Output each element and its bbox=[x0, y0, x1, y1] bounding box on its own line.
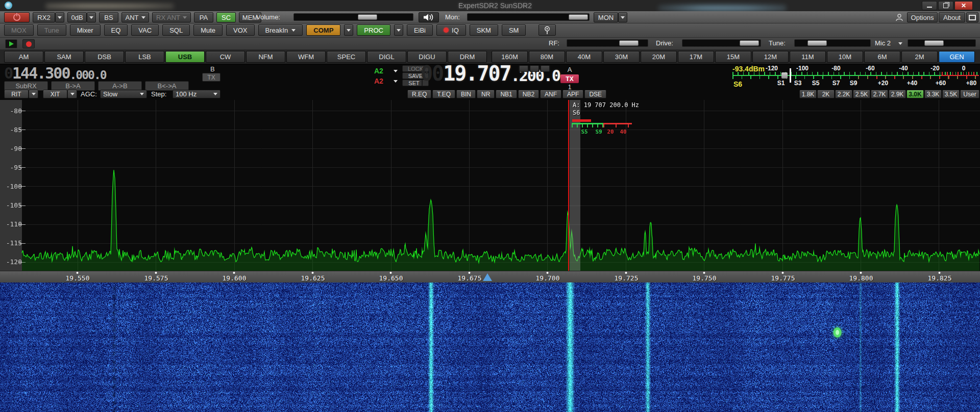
play-button[interactable] bbox=[5, 39, 17, 48]
tune-slider[interactable] bbox=[794, 39, 871, 47]
mon-slider[interactable] bbox=[467, 13, 590, 21]
filter-3.0k[interactable]: 3.0K bbox=[906, 90, 924, 98]
close-button[interactable]: ✕ bbox=[954, 1, 973, 10]
comp-button[interactable]: COMP bbox=[306, 24, 340, 36]
comp-dropdown[interactable] bbox=[344, 24, 353, 36]
rf-slider-handle[interactable] bbox=[619, 40, 639, 46]
vfo-b-frequency[interactable]: 0144.300.000.0 bbox=[4, 66, 106, 81]
mute-speaker-button[interactable] bbox=[419, 12, 439, 22]
rit-dropdown[interactable] bbox=[29, 90, 38, 98]
spectrum-display[interactable]: -80 -85 -90 -95 -100 -105 -110 -115 -120… bbox=[0, 100, 980, 271]
mode-nfm[interactable]: NFM bbox=[246, 51, 285, 63]
rit-button[interactable]: RIT bbox=[4, 90, 29, 98]
filter-3.3k[interactable]: 3.3K bbox=[924, 90, 942, 98]
rx-audio-dropdown[interactable] bbox=[391, 68, 400, 74]
mic-dropdown[interactable] bbox=[898, 42, 902, 45]
bs-button[interactable]: BS bbox=[99, 12, 118, 22]
minimize-button[interactable] bbox=[922, 1, 937, 10]
xit-dropdown[interactable] bbox=[67, 90, 77, 98]
options-button[interactable]: Options bbox=[907, 12, 938, 22]
bin-button[interactable]: BIN bbox=[456, 90, 476, 98]
mode-am[interactable]: AM bbox=[4, 51, 43, 63]
band-edge-marker[interactable] bbox=[483, 273, 492, 281]
band-gen[interactable]: GEN bbox=[939, 51, 975, 63]
preamp-button[interactable]: 0dB bbox=[67, 12, 87, 22]
mode-wfm[interactable]: WFM bbox=[286, 51, 326, 63]
band-30m[interactable]: 30M bbox=[603, 51, 640, 63]
mode-usb[interactable]: USB bbox=[165, 51, 205, 63]
req-button[interactable]: R.EQ bbox=[407, 90, 431, 98]
mode-dsb[interactable]: DSB bbox=[85, 51, 124, 63]
mic-slider-handle[interactable] bbox=[924, 40, 944, 46]
preamp-dropdown[interactable] bbox=[87, 12, 96, 22]
rf-slider[interactable] bbox=[567, 39, 648, 47]
ant-button[interactable]: ANT bbox=[121, 12, 149, 22]
mixer-button[interactable]: Mixer bbox=[70, 24, 101, 36]
drive-slider[interactable] bbox=[682, 39, 761, 47]
mon-slider-handle[interactable] bbox=[569, 14, 588, 20]
tune-button[interactable]: Tune bbox=[37, 24, 66, 36]
lamp-button[interactable] bbox=[538, 24, 556, 36]
eibi-button[interactable]: EiBi bbox=[407, 24, 433, 36]
rx2-button[interactable]: RX2 bbox=[33, 12, 55, 22]
freq-menu-button[interactable] bbox=[529, 65, 540, 72]
mode-spec[interactable]: SPEC bbox=[327, 51, 366, 63]
mode-digu[interactable]: DIGU bbox=[407, 51, 447, 63]
band-15m[interactable]: 15M bbox=[715, 51, 751, 63]
apf-button[interactable]: APF bbox=[562, 90, 583, 98]
about-button[interactable]: About bbox=[939, 12, 965, 22]
band-160m[interactable]: 160M bbox=[492, 51, 528, 63]
mode-digl[interactable]: DIGL bbox=[367, 51, 406, 63]
nb1-button[interactable]: NB1 bbox=[496, 90, 517, 98]
spectrum-canvas[interactable] bbox=[0, 100, 980, 271]
step-select[interactable]: 100 Hz bbox=[173, 90, 220, 98]
volume-slider-handle[interactable] bbox=[358, 14, 377, 20]
frequency-axis[interactable]: 19.550 19.575 19.600 19.625 19.650 19.67… bbox=[0, 271, 980, 282]
mute-button[interactable]: Mute bbox=[193, 24, 223, 36]
mon-dropdown[interactable] bbox=[618, 12, 627, 22]
record-button[interactable] bbox=[22, 39, 35, 48]
eq-button[interactable]: EQ bbox=[104, 24, 128, 36]
fullscreen-button[interactable] bbox=[966, 12, 978, 22]
dse-button[interactable]: DSE bbox=[584, 90, 606, 98]
mode-lsb[interactable]: LSB bbox=[125, 51, 164, 63]
nb2-button[interactable]: NB2 bbox=[518, 90, 539, 98]
band-10m[interactable]: 10M bbox=[827, 51, 863, 63]
iq-button[interactable]: IQ bbox=[436, 24, 466, 36]
vac-button[interactable]: VAC bbox=[131, 24, 159, 36]
band-11m[interactable]: 11M bbox=[790, 51, 826, 63]
tx-audio-dropdown[interactable] bbox=[391, 78, 400, 84]
drive-slider-handle[interactable] bbox=[740, 40, 759, 46]
waterfall-canvas[interactable] bbox=[0, 282, 980, 412]
mox-button[interactable]: MOX bbox=[4, 24, 34, 36]
breakin-button[interactable]: BreakIn bbox=[258, 24, 303, 36]
mode-cw[interactable]: CW bbox=[206, 51, 245, 63]
filter-1.8k[interactable]: 1.8K bbox=[799, 90, 817, 98]
sql-button[interactable]: SQL bbox=[162, 24, 190, 36]
filter-3.5k[interactable]: 3.5K bbox=[942, 90, 960, 98]
waterfall-display[interactable] bbox=[0, 282, 980, 412]
mode-sam[interactable]: SAM bbox=[44, 51, 84, 63]
band-12m[interactable]: 12M bbox=[752, 51, 789, 63]
band-6m[interactable]: 6M bbox=[864, 51, 900, 63]
tune-cursor-line[interactable] bbox=[568, 100, 569, 271]
pa-button[interactable]: PA bbox=[194, 12, 213, 22]
proc-dropdown[interactable] bbox=[394, 24, 403, 36]
filter-2.5k[interactable]: 2.5K bbox=[853, 90, 870, 98]
teq-button[interactable]: T.EQ bbox=[432, 90, 455, 98]
mic-slider[interactable] bbox=[908, 39, 976, 47]
filter-2.2k[interactable]: 2.2K bbox=[835, 90, 852, 98]
tune-slider-handle[interactable] bbox=[807, 40, 827, 46]
freq-step-up-button[interactable] bbox=[540, 65, 550, 72]
nr-button[interactable]: NR bbox=[477, 90, 495, 98]
skm-button[interactable]: SKM bbox=[470, 24, 498, 36]
filter-2.7k[interactable]: 2.7K bbox=[871, 90, 888, 98]
rx-ant-button[interactable]: RX ANT bbox=[152, 12, 191, 22]
band-40m[interactable]: 40M bbox=[566, 51, 602, 63]
proc-button[interactable]: PROC bbox=[357, 24, 390, 36]
band-20m[interactable]: 20M bbox=[641, 51, 677, 63]
band-2m[interactable]: 2M bbox=[901, 51, 938, 63]
freq-step-down-button[interactable] bbox=[519, 65, 529, 72]
filter-2k[interactable]: 2K bbox=[817, 90, 835, 98]
agc-select[interactable]: Slow bbox=[100, 90, 147, 98]
